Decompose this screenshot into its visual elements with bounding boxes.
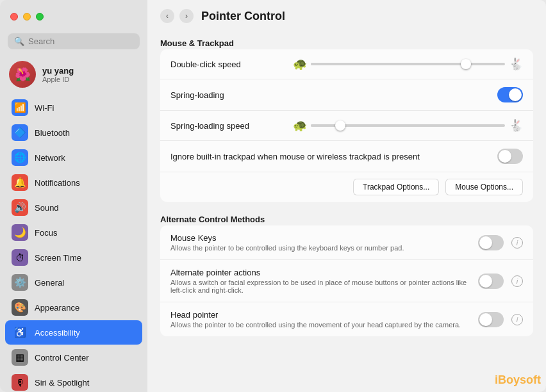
sidebar-item-label-focus: Focus: [35, 228, 57, 238]
search-input[interactable]: [28, 37, 133, 46]
mouse-keys-group: Mouse Keys Allows the pointer to be cont…: [170, 233, 470, 252]
spring-loading-toggle[interactable]: [497, 87, 523, 102]
alternate-control-card: Mouse Keys Allows the pointer to be cont…: [160, 225, 533, 336]
focus-icon: 🌙: [12, 224, 28, 241]
alternate-pointer-toggle[interactable]: [478, 274, 504, 289]
watermark: iBoysoft: [495, 373, 541, 387]
watermark-text1: iBoy: [495, 373, 520, 386]
mouse-keys-sublabel: Allows the pointer to be controlled usin…: [170, 244, 470, 252]
slow-icon2: 🐢: [293, 118, 307, 133]
mouse-keys-label: Mouse Keys: [170, 233, 470, 243]
close-button[interactable]: [10, 13, 18, 20]
main-content: ‹ › Pointer Control Mouse & Trackpad Dou…: [147, 0, 546, 392]
spring-loading-row: Spring-loading: [160, 79, 533, 111]
alternate-control-title: Alternate Control Methods: [160, 215, 533, 224]
sound-icon: 🔊: [12, 199, 28, 216]
double-click-slider[interactable]: 🐢 🐇: [293, 57, 523, 71]
search-bar[interactable]: 🔍: [8, 33, 140, 49]
sidebar-item-general[interactable]: ⚙️General: [5, 270, 142, 295]
sidebar-list: 📶Wi-Fi🔷Bluetooth🌐Network🔔Notifications🔊S…: [0, 95, 147, 392]
sidebar-item-label-sound: Sound: [35, 203, 59, 213]
mouse-keys-row: Mouse Keys Allows the pointer to be cont…: [160, 225, 533, 260]
sidebar: 🔍 🌺 yu yang Apple ID 📶Wi-Fi🔷Bluetooth🌐Ne…: [0, 0, 147, 392]
user-section: 🌺 yu yang Apple ID: [0, 56, 147, 95]
fast-icon: 🐇: [509, 57, 523, 71]
double-click-label: Double-click speed: [170, 60, 285, 69]
sidebar-item-screen-time[interactable]: ⏱Screen Time: [5, 245, 142, 270]
mouse-trackpad-title: Mouse & Trackpad: [160, 38, 533, 48]
control-center-icon: ▦: [12, 349, 28, 366]
sidebar-item-label-bluetooth: Bluetooth: [35, 128, 70, 138]
spring-loading-speed-label: Spring-loading speed: [170, 121, 285, 131]
slider-track[interactable]: [311, 63, 505, 65]
action-buttons: Trackpad Options... Mouse Options...: [160, 172, 533, 202]
sidebar-item-focus[interactable]: 🌙Focus: [5, 220, 142, 245]
spring-loading-speed-row: Spring-loading speed 🐢 🐇: [160, 111, 533, 141]
head-pointer-label: Head pointer: [170, 310, 470, 320]
sidebar-item-accessibility[interactable]: ♿Accessibility: [5, 320, 142, 345]
sidebar-item-label-screen-time: Screen Time: [35, 253, 81, 263]
titlebar: [0, 0, 147, 33]
head-pointer-toggle[interactable]: [478, 312, 504, 327]
general-icon: ⚙️: [12, 274, 28, 291]
content-body: Mouse & Trackpad Double-click speed 🐢 🐇 …: [147, 38, 546, 362]
search-icon: 🔍: [14, 37, 24, 46]
user-name: yu yang: [42, 66, 74, 76]
sidebar-item-siri-spotlight[interactable]: 🎙Siri & Spotlight: [5, 370, 142, 392]
double-click-speed-row: Double-click speed 🐢 🐇: [160, 49, 533, 79]
head-pointer-row: Head pointer Allows the pointer to be co…: [160, 302, 533, 336]
mouse-trackpad-card: Double-click speed 🐢 🐇 Spring-loading: [160, 49, 533, 202]
watermark-text2: soft: [520, 373, 541, 386]
network-icon: 🌐: [12, 149, 28, 166]
alternate-pointer-info[interactable]: i: [511, 275, 523, 287]
sidebar-item-control-center[interactable]: ▦Control Center: [5, 345, 142, 370]
sidebar-item-label-control-center: Control Center: [35, 353, 89, 363]
minimize-button[interactable]: [23, 13, 31, 20]
sidebar-item-sound[interactable]: 🔊Sound: [5, 195, 142, 220]
page-title: Pointer Control: [201, 10, 285, 23]
mouse-keys-toggle[interactable]: [478, 235, 504, 250]
sidebar-item-label-siri-spotlight: Siri & Spotlight: [35, 378, 89, 388]
accessibility-icon: ♿: [12, 324, 28, 341]
sidebar-item-bluetooth[interactable]: 🔷Bluetooth: [5, 120, 142, 145]
mouse-options-button[interactable]: Mouse Options...: [445, 179, 523, 195]
mouse-keys-info[interactable]: i: [511, 237, 523, 249]
head-pointer-info[interactable]: i: [511, 314, 523, 325]
trackpad-options-button[interactable]: Trackpad Options...: [353, 179, 439, 195]
forward-button[interactable]: ›: [179, 9, 194, 23]
content-header: ‹ › Pointer Control: [147, 0, 546, 32]
sidebar-item-appearance[interactable]: 🎨Appearance: [5, 295, 142, 320]
appearance-icon: 🎨: [12, 299, 28, 316]
fast-icon2: 🐇: [509, 118, 523, 133]
wifi-icon: 📶: [12, 99, 28, 116]
alternate-pointer-row: Alternate pointer actions Allows a switc…: [160, 260, 533, 302]
sidebar-item-wifi[interactable]: 📶Wi-Fi: [5, 95, 142, 120]
sidebar-item-label-accessibility: Accessibility: [35, 328, 80, 338]
bluetooth-icon: 🔷: [12, 124, 28, 141]
siri-spotlight-icon: 🎙: [12, 374, 28, 391]
sidebar-item-label-general: General: [35, 278, 64, 288]
sidebar-item-label-wifi: Wi-Fi: [35, 103, 54, 113]
screen-time-icon: ⏱: [12, 249, 28, 266]
alternate-pointer-group: Alternate pointer actions Allows a switc…: [170, 268, 470, 294]
sidebar-item-label-notifications: Notifications: [35, 178, 80, 188]
alternate-pointer-sublabel: Allows a switch or facial expression to …: [170, 279, 470, 294]
avatar: 🌺: [9, 61, 36, 88]
sidebar-item-notifications[interactable]: 🔔Notifications: [5, 170, 142, 195]
sidebar-item-network[interactable]: 🌐Network: [5, 145, 142, 170]
ignore-trackpad-row: Ignore built-in trackpad when mouse or w…: [160, 141, 533, 172]
maximize-button[interactable]: [36, 13, 44, 20]
head-pointer-sublabel: Allows the pointer to be controlled usin…: [170, 321, 470, 329]
ignore-trackpad-toggle[interactable]: [497, 149, 523, 164]
back-button[interactable]: ‹: [160, 9, 174, 23]
notifications-icon: 🔔: [12, 174, 28, 191]
slider-track2[interactable]: [311, 124, 505, 127]
ignore-trackpad-label: Ignore built-in trackpad when mouse or w…: [170, 152, 490, 161]
spring-loading-label: Spring-loading: [170, 90, 490, 100]
head-pointer-group: Head pointer Allows the pointer to be co…: [170, 310, 470, 329]
user-subtitle: Apple ID: [42, 76, 74, 83]
spring-loading-speed-slider[interactable]: 🐢 🐇: [293, 118, 523, 133]
user-info: yu yang Apple ID: [42, 66, 74, 83]
slow-icon: 🐢: [293, 57, 307, 71]
sidebar-item-label-appearance: Appearance: [35, 303, 79, 313]
